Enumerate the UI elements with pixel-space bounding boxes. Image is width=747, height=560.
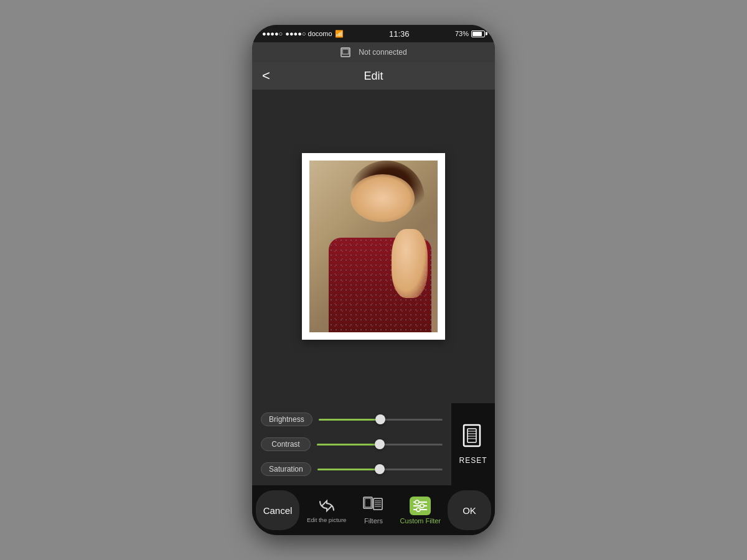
back-button[interactable]: <: [262, 69, 270, 83]
filters-button[interactable]: Filters: [350, 485, 397, 535]
wifi-icon: 📶: [335, 30, 344, 38]
svg-rect-10: [374, 498, 382, 510]
saturation-thumb[interactable]: [375, 464, 385, 474]
sliders-container: Brightness Contrast Saturation: [252, 403, 451, 485]
photo-preview: [309, 161, 438, 332]
time-display: 11:36: [389, 29, 410, 39]
custom-filter-icon: [412, 499, 428, 513]
saturation-fill: [317, 469, 380, 470]
svg-rect-9: [365, 498, 371, 507]
contrast-row: Contrast: [261, 433, 443, 455]
saturation-row: Saturation: [261, 458, 443, 480]
svg-point-16: [415, 500, 419, 504]
brightness-fill: [319, 419, 381, 421]
brightness-label: Brightness: [261, 413, 312, 426]
notification-bar: Not connected: [252, 42, 495, 62]
custom-filter-label: Custom Filter: [400, 517, 441, 525]
battery-area: 73%: [455, 30, 485, 37]
cancel-label: Cancel: [263, 505, 293, 516]
page-title: Edit: [364, 70, 383, 83]
rotate-icon: [317, 497, 337, 515]
svg-point-20: [416, 508, 420, 511]
edit-picture-label: Edit the picture: [307, 516, 346, 523]
brightness-track[interactable]: [319, 419, 443, 421]
status-bar: ●●●●○ ●●●●○ docomo 📶 11:36 73%: [252, 25, 495, 42]
photo-frame: [302, 153, 445, 340]
battery-icon: [471, 30, 485, 37]
sliders-area: Brightness Contrast Saturation: [252, 403, 495, 485]
saturation-track[interactable]: [317, 469, 443, 470]
filters-icon: [363, 497, 384, 515]
printer-icon: [340, 47, 351, 58]
contrast-thumb[interactable]: [375, 439, 385, 449]
reset-panel[interactable]: RESET: [451, 403, 495, 485]
bottom-toolbar: Cancel Edit the picture Filters: [252, 485, 495, 535]
app-header: < Edit: [252, 62, 495, 90]
carrier-name: ●●●●○ docomo: [285, 30, 332, 37]
brightness-thumb[interactable]: [375, 414, 385, 424]
reset-icon: [461, 424, 485, 454]
reset-label: RESET: [459, 456, 487, 465]
signal-dots: ●●●●○: [262, 30, 283, 37]
battery-percent: 73%: [455, 30, 469, 37]
custom-filter-button[interactable]: Custom Filter: [397, 485, 444, 535]
notification-text: Not connected: [359, 48, 406, 57]
svg-point-18: [420, 504, 424, 508]
ok-label: OK: [463, 505, 476, 516]
svg-rect-3: [467, 429, 476, 442]
contrast-track[interactable]: [317, 444, 443, 446]
contrast-fill: [317, 444, 380, 446]
cancel-button[interactable]: Cancel: [256, 490, 299, 530]
saturation-label: Saturation: [261, 462, 311, 476]
ok-button[interactable]: OK: [448, 490, 491, 530]
svg-rect-1: [342, 49, 349, 54]
phone-frame: ●●●●○ ●●●●○ docomo 📶 11:36 73% Not conne…: [252, 25, 495, 535]
brightness-row: Brightness: [261, 408, 443, 431]
svg-rect-2: [464, 425, 480, 446]
filters-label: Filters: [364, 517, 383, 525]
edit-picture-button[interactable]: Edit the picture: [303, 485, 350, 535]
photo-area: [252, 90, 495, 403]
carrier-info: ●●●●○ ●●●●○ docomo 📶: [262, 30, 344, 38]
contrast-label: Contrast: [261, 437, 311, 451]
